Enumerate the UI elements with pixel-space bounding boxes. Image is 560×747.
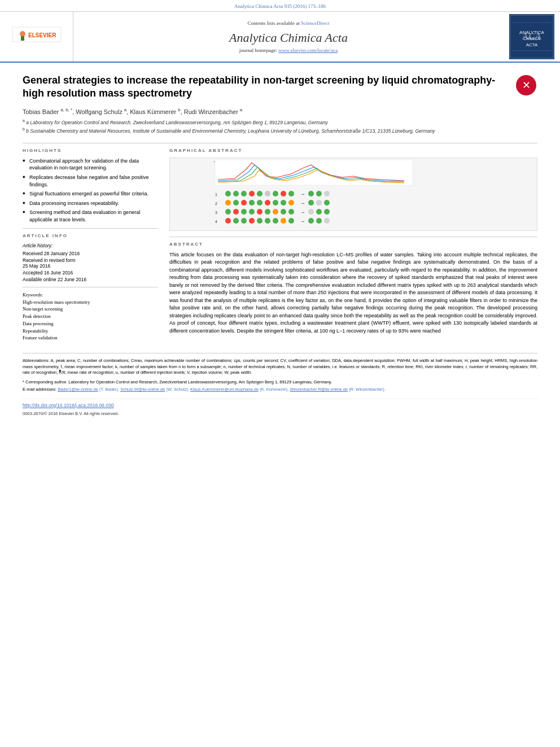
svg-point-42 bbox=[288, 200, 294, 206]
svg-text:→: → bbox=[300, 209, 305, 215]
svg-point-27 bbox=[273, 191, 278, 196]
sciencedirect-line: Contents lists available at ScienceDirec… bbox=[82, 20, 495, 26]
svg-text:4: 4 bbox=[215, 220, 217, 224]
accepted-date: Accepted 16 June 2016 bbox=[23, 270, 158, 276]
received-date: Received 28 January 2016 bbox=[23, 251, 158, 256]
svg-point-38 bbox=[257, 200, 262, 206]
svg-point-52 bbox=[265, 209, 270, 215]
keywords-section: Keywords: High-resolution mass spectrome… bbox=[23, 292, 158, 342]
history-label: Article history: bbox=[23, 243, 158, 248]
svg-point-65 bbox=[265, 218, 270, 224]
svg-point-40 bbox=[273, 200, 278, 206]
header-publisher: ELSEVIER bbox=[0, 12, 73, 62]
svg-text:1: 1 bbox=[215, 193, 217, 196]
keywords-list: High-resolution mass spectrometry Non-ta… bbox=[23, 299, 158, 342]
svg-point-37 bbox=[249, 200, 255, 206]
svg-point-24 bbox=[249, 191, 255, 196]
svg-point-34 bbox=[225, 200, 231, 206]
graphical-abstract-svg: + 1 2 3 4 → bbox=[170, 158, 537, 231]
data-matrix-group: 1 2 3 4 → bbox=[215, 191, 330, 231]
chromatogram-group: + bbox=[213, 160, 413, 185]
svg-point-53 bbox=[273, 209, 278, 215]
authors-line: Tobias Bader a, b, *, Wolfgang Schulz a,… bbox=[23, 107, 537, 115]
crossmark-logo: ✕ bbox=[515, 74, 537, 97]
sciencedirect-link[interactable]: ScienceDirect bbox=[301, 20, 329, 26]
article-info-title: ARTICLE INFO bbox=[23, 233, 158, 238]
svg-point-71 bbox=[316, 218, 322, 224]
journal-cover-image: ANALYTICA CHIMICA ACTA bbox=[509, 14, 554, 59]
two-column-layout: HIGHLIGHTS Combinatorial approach for va… bbox=[23, 148, 537, 342]
homepage-link[interactable]: www.elsevier.com/locate/aca bbox=[278, 47, 338, 53]
svg-point-36 bbox=[241, 200, 247, 206]
svg-point-58 bbox=[316, 209, 322, 215]
svg-point-63 bbox=[249, 218, 255, 224]
email-schulz[interactable]: Schulz.W@lw-online.de bbox=[120, 387, 165, 392]
svg-point-62 bbox=[241, 218, 247, 224]
highlight-item-3: Signal fluctuations emerged as powerful … bbox=[23, 190, 158, 198]
article-title-section: General strategies to increase the repea… bbox=[23, 74, 537, 101]
svg-point-33 bbox=[324, 191, 330, 196]
footnotes-section: Abbreviations: A, peak area; C, number o… bbox=[23, 353, 537, 417]
svg-point-22 bbox=[233, 191, 239, 196]
email-footnote: E-mail addresses: Bader1@lw-online.de (T… bbox=[23, 387, 537, 393]
svg-point-61 bbox=[233, 218, 239, 224]
elsevier-logo-svg: ELSEVIER bbox=[11, 26, 62, 47]
highlight-item-5: Screening method and data evaluation in … bbox=[23, 209, 158, 223]
svg-text:ELSEVIER: ELSEVIER bbox=[28, 32, 56, 38]
email-bader[interactable]: Bader1@lw-online.de bbox=[58, 387, 98, 392]
svg-point-66 bbox=[273, 218, 278, 224]
keyword-2: Non-target screening bbox=[23, 305, 158, 313]
email-winzenbacher[interactable]: Winzenbacher.R@lw-online.de bbox=[290, 387, 348, 392]
graphical-abstract-title: GRAPHICAL ABSTRACT bbox=[169, 148, 537, 153]
abstract-section: ABSTRACT This article focuses on the dat… bbox=[169, 242, 537, 335]
svg-point-49 bbox=[241, 209, 247, 215]
svg-rect-5 bbox=[509, 14, 554, 59]
svg-point-60 bbox=[225, 218, 231, 224]
keyword-6: Feature validation bbox=[23, 334, 158, 342]
svg-point-29 bbox=[288, 191, 294, 196]
available-date: Available online 22 June 2016 bbox=[23, 277, 158, 282]
affiliation-b: b b Sustainable Chemistry and Material R… bbox=[23, 126, 537, 135]
doi-link[interactable]: http://dx.doi.org/10.1016/j.aca.2016.06.… bbox=[23, 403, 114, 408]
svg-text:CHIMICA: CHIMICA bbox=[523, 37, 540, 41]
affiliation-a: a a Laboratory for Operation Control and… bbox=[23, 118, 537, 126]
svg-point-25 bbox=[257, 191, 262, 196]
header-right: ANALYTICA CHIMICA ACTA bbox=[504, 12, 560, 62]
svg-point-47 bbox=[225, 209, 231, 215]
highlights-title: HIGHLIGHTS bbox=[23, 148, 158, 153]
affiliations: a a Laboratory for Operation Control and… bbox=[23, 118, 537, 134]
svg-text:✕: ✕ bbox=[522, 80, 531, 91]
svg-text:ACTA: ACTA bbox=[526, 42, 538, 47]
email-addresses: Bader1@lw-online.de (T. Bader), Schulz.W… bbox=[58, 387, 386, 392]
svg-point-64 bbox=[257, 218, 262, 224]
highlight-item-2: Replicates decrease false negative and f… bbox=[23, 174, 158, 188]
keyword-4: Data processing bbox=[23, 320, 158, 327]
svg-text:→: → bbox=[215, 229, 219, 231]
svg-point-28 bbox=[281, 191, 286, 196]
highlight-item-4: Data processing increases repeatability. bbox=[23, 200, 158, 207]
info-divider bbox=[23, 287, 158, 287]
svg-point-55 bbox=[288, 209, 294, 215]
svg-point-45 bbox=[316, 200, 322, 206]
page-wrapper: Analytica Chimica Acta 935 (2016) 173–18… bbox=[0, 0, 560, 747]
svg-point-39 bbox=[265, 200, 270, 206]
svg-text:3: 3 bbox=[215, 211, 217, 215]
keyword-3: Peak detection bbox=[23, 313, 158, 320]
highlights-divider bbox=[23, 228, 158, 229]
main-content: General strategies to increase the repea… bbox=[0, 63, 560, 422]
email-kuemmerer[interactable]: Klaus.Kuemmerer@uni.leuphana.de bbox=[190, 387, 259, 392]
svg-point-50 bbox=[249, 209, 255, 215]
svg-point-46 bbox=[324, 200, 330, 206]
corresponding-author-note: * Corresponding author. Laboratory for O… bbox=[23, 379, 537, 386]
journal-citation: Analytica Chimica Acta 935 (2016) 173–18… bbox=[234, 3, 326, 9]
abstract-divider bbox=[169, 237, 537, 237]
svg-point-32 bbox=[316, 191, 322, 196]
svg-point-59 bbox=[324, 209, 330, 215]
left-column: HIGHLIGHTS Combinatorial approach for va… bbox=[23, 148, 158, 342]
svg-point-54 bbox=[281, 209, 286, 215]
revised-date: Received in revised formReceived in revi… bbox=[23, 257, 158, 269]
graphical-abstract-image: + 1 2 3 4 → bbox=[169, 158, 537, 231]
svg-text:+: + bbox=[213, 160, 216, 163]
keyword-5: Repeatability bbox=[23, 327, 158, 335]
abstract-title: ABSTRACT bbox=[169, 242, 537, 247]
